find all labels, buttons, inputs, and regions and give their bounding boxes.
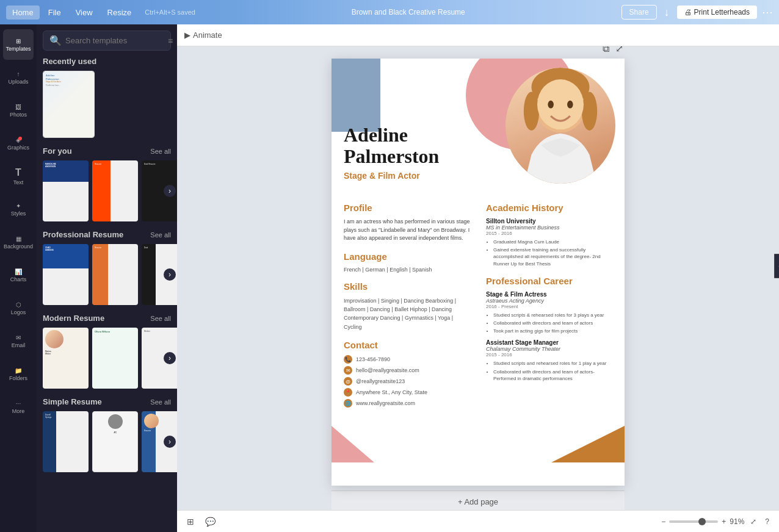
simple-resume-next-arrow[interactable]: › [164,436,176,448]
template-prof-1[interactable]: CHADGIBBENS [43,244,89,305]
print-button[interactable]: 🖨 Print Letterheads [677,5,757,19]
zoom-slider-thumb [698,518,706,525]
template-sim-2[interactable]: JC [92,411,138,472]
footer-brown-shape [551,426,625,462]
resume-header: Adeline Palmerston Stage & Film Actor [332,59,625,193]
for-you-header: For you See all [43,146,171,156]
fit-screen-button[interactable]: ⤢ [748,515,759,528]
grid-view-button[interactable]: ⊞ [184,514,197,529]
resume-name-line1: Adeline [344,124,408,146]
sidebar-item-text[interactable]: T Text [3,161,34,192]
template-mod-1[interactable]: MarinaWeber [43,328,89,389]
job2-bullets: Studied scripts and rehearsed roles for … [486,360,612,382]
zoom-slider[interactable] [669,520,718,523]
sidebar-item-graphics[interactable]: ◈ Graphics [3,128,34,159]
animate-button[interactable]: ▶ Animate [184,31,222,40]
recently-used-header: Recently used [43,57,171,66]
sidebar-item-background[interactable]: ▦ Background [3,227,34,257]
zoom-level: 91% [730,517,744,526]
zoom-in-icon[interactable]: + [722,517,726,526]
resume-title: Stage & Film Actor [344,171,439,181]
styles-icon: ✦ [16,203,21,209]
svg-point-4 [582,92,597,131]
template-prof-2[interactable]: Resume [92,244,138,305]
doc-save-status: Ctrl+Alt+S saved [145,9,195,16]
nav-file[interactable]: File [42,5,67,20]
academic-bullet-2: Gained extensive training and successful… [493,246,612,267]
job1-company: Astraeus Acting Agency [486,298,612,304]
search-bar: 🔍 ≡ [43,31,171,51]
university-dates: 2015 - 2016 [486,231,612,236]
template-thumb-recent[interactable]: AdelinePalmerston Stage & Film Actor Pro… [43,71,95,138]
add-page-bar[interactable]: + Add page [332,491,625,510]
job2-company: Chalamay Community Theater [486,346,612,352]
svg-point-3 [524,92,539,131]
more-options-button[interactable]: ⋯ [762,5,773,19]
modern-resume-header: Modern Resume See all [43,314,171,323]
sidebar-item-more[interactable]: ··· More [3,392,34,422]
folders-icon: 📁 [15,367,22,374]
for-you-grid: MARCELINEANDERSON Resume Dark Resume › [43,160,171,221]
for-you-next-arrow[interactable]: › [164,185,176,197]
contact-website: 🌐 www.reallygreatsite.com [344,399,470,408]
language-heading: Language [344,251,470,262]
nav-view[interactable]: View [70,5,99,20]
modern-resume-next-arrow[interactable]: › [164,352,176,364]
templates-icon: ⊞ [16,38,21,45]
charts-icon: 📊 [15,268,22,275]
blue-rect-shape [332,59,380,132]
job1-bullet-3: Took part in acting gigs for film projec… [493,328,612,334]
professional-career-heading: Professional Career [486,276,612,286]
share-button[interactable]: Share [621,5,657,20]
resume-document[interactable]: Adeline Palmerston Stage & Film Actor Pr… [332,59,625,486]
template-sim-1[interactable]: DarrellSprings [43,411,89,472]
sidebar-item-uploads[interactable]: ↑ Uploads [3,62,34,93]
filter-icon[interactable]: ≡ [168,36,173,46]
email-contact-icon: ✉ [344,366,352,375]
academic-heading: Academic History [486,203,612,213]
zoom-out-icon[interactable]: − [661,517,665,526]
recently-used-title: Recently used [43,57,96,66]
sidebar-item-folders[interactable]: 📁 Folders [3,359,34,389]
profile-heading: Profile [344,203,470,213]
for-you-see-all[interactable]: See all [150,148,171,155]
sidebar-item-templates[interactable]: ⊞ Templates [3,29,34,60]
sidebar-item-styles[interactable]: ✦ Styles [3,194,34,225]
graphics-icon: ◈ [16,137,21,143]
resume-footer [332,426,625,462]
nav-resize[interactable]: Resize [101,5,138,20]
job1-title: Stage & Film Actress [486,291,612,298]
professional-resume-see-all[interactable]: See all [150,231,171,239]
sidebar-item-charts[interactable]: 📊 Charts [3,260,34,290]
sidebar-item-email[interactable]: ✉ Email [3,326,34,356]
template-for-you-2[interactable]: Resume [92,160,138,221]
template-mod-2[interactable]: Olivia Wilson [92,328,138,389]
duplicate-canvas-button[interactable]: ⧉ [601,46,611,56]
simple-resume-header: Simple Resume See all [43,397,171,406]
simple-resume-see-all[interactable]: See all [150,398,171,406]
resume-name-area: Adeline Palmerston Stage & Film Actor [344,124,439,181]
canvas-controls: ⧉ ⤢ [601,46,625,56]
canvas-viewport[interactable]: ⧉ ⤢ [177,46,779,510]
nav-home[interactable]: Home [6,5,40,20]
expand-canvas-button[interactable]: ⤢ [614,46,625,56]
template-for-you-1[interactable]: MARCELINEANDERSON [43,160,89,221]
sidebar-item-photos[interactable]: 🖼 Photos [3,95,34,126]
footer-pink-shape [332,426,374,462]
help-button[interactable]: ? [763,515,772,528]
recently-used-grid: AdelinePalmerston Stage & Film Actor Pro… [43,71,171,138]
sidebar-item-logos[interactable]: ⬡ Logos [3,293,34,323]
download-button[interactable]: ↓ [662,4,672,21]
notes-button[interactable]: 💬 [203,514,218,529]
skills-heading: Skills [344,281,470,292]
simple-resume-title: Simple Resume [43,397,102,406]
photo-placeholder [505,68,615,184]
search-input[interactable] [65,36,168,45]
professional-resume-next-arrow[interactable]: › [164,268,176,281]
modern-resume-see-all[interactable]: See all [150,315,171,322]
academic-bullet-1: Graduated Magna Cum Laude [493,239,612,245]
main-layout: ⊞ Templates ↑ Uploads 🖼 Photos ◈ Graphic… [0,24,779,532]
canvas-area: ▶ Animate ⧉ ⤢ [177,24,779,532]
animate-label: Animate [193,31,222,40]
job1-bullets: Studied scripts & rehearsed roles for 3 … [486,312,612,335]
